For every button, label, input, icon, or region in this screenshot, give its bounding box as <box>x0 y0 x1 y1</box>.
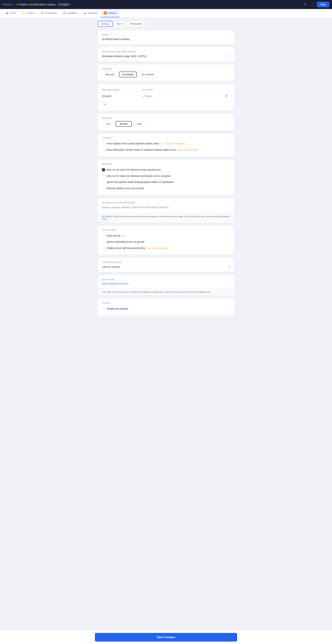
top-bar: Pipelines / Pipeline: [STAGE] Build & De… <box>0 0 332 9</box>
quick-link-input[interactable] <box>102 282 230 285</box>
quick-link-card: QUICK LINK The URL of the web server to … <box>98 275 234 296</box>
tab-actions[interactable]: ⚡ Actions <box>19 9 38 17</box>
runtime-terminate-checkbox[interactable] <box>102 174 105 178</box>
branch-icon: ⎇ <box>59 3 61 6</box>
status-disable-checkbox[interactable] <box>102 307 105 310</box>
trigger-branch-link[interactable]: ⎇ stage <box>142 95 223 98</box>
quick-link-card-inner: QUICK LINK <box>98 275 234 288</box>
trigger-event-card: TRIGGER EVENT SETTINGS Git push ⎇ stage … <box>98 84 234 111</box>
filesystem-fetch-all-refs-checkbox[interactable] <box>102 234 105 237</box>
cache-erase-filesystem-checkbox[interactable] <box>102 148 105 151</box>
trigger-event-header: TRIGGER EVENT SETTINGS <box>102 87 230 92</box>
filesystem-icon: 📁 <box>41 12 44 14</box>
fetch-all-refs-info-icon[interactable]: i <box>122 234 125 237</box>
status-disable-label: Disable this pipeline <box>107 307 128 311</box>
sub-tab-run-if[interactable]: Run if <box>113 21 126 27</box>
analytics-icon: 📊 <box>83 12 87 14</box>
cache-erase-filesystem-label: Erase filesystem, Docker layers & cached… <box>107 148 198 152</box>
branch-badge[interactable]: ⎇ stage ▾ <box>57 3 70 6</box>
filesystem-shallow-clone-label: Shallow clone with truncated history (No… <box>107 246 167 250</box>
trigger-event-card-inner: TRIGGER EVENT SETTINGS Git push ⎇ stage … <box>98 84 234 110</box>
trigger-manually[interactable]: Manually <box>102 72 118 77</box>
erase-filesystem-not-recommended: (Not recommended) <box>178 148 198 151</box>
resources-select[interactable]: Workspace default (Large: 6GB / 2vCPU) ▾ <box>102 54 230 58</box>
custom-message-input[interactable] <box>102 206 230 210</box>
custom-message-label: CUSTOM EXECUTION MESSAGE <box>102 202 230 204</box>
filesystem-ignore-submodule-row: Ignore submodule errors on git pull <box>102 239 230 245</box>
caches-card-inner: CACHES Force deploy from scratch (transf… <box>98 133 234 156</box>
trigger-branch-icon: ⎇ <box>142 95 145 98</box>
priority-normal[interactable]: Normal <box>116 121 132 127</box>
priority-high[interactable]: High <box>133 121 146 127</box>
priority-card-inner: PRIORITY Low Normal High <box>98 114 234 130</box>
runtime-ignore-dashboard-row: Ignore this pipeline while showing proje… <box>102 179 230 185</box>
runtime-terminate-label: New run for same Git reference terminate… <box>107 174 171 178</box>
force-deploy-info-icon[interactable]: i <box>160 142 163 145</box>
more-options-button[interactable]: ⋮ <box>309 2 315 7</box>
external-link-button[interactable]: ↗ <box>302 2 307 7</box>
custom-message-card-inner: CUSTOM EXECUTION MESSAGE <box>98 198 234 213</box>
trigger-on-events[interactable]: On events <box>119 72 137 77</box>
custom-message-card: CUSTOM EXECUTION MESSAGE By default, Bud… <box>98 198 234 222</box>
main-content: Settings Run if Permissions NAME RESOURC… <box>95 18 237 332</box>
trigger-delete-button[interactable]: 🗑 <box>223 94 230 98</box>
name-card: NAME <box>98 30 234 44</box>
trigger-on-schedule[interactable]: On schedule <box>138 72 158 77</box>
runtime-label: RUNTIME <box>102 163 230 165</box>
status-label: STATUS <box>102 302 230 304</box>
priority-options: Low Normal High <box>102 121 230 127</box>
priority-card: PRIORITY Low Normal High <box>98 114 234 130</box>
external-link-icon: ↗ <box>303 2 306 6</box>
runtime-skip-queued-checkbox[interactable] <box>102 168 105 171</box>
trigger-event-col-header: TRIGGER EVENT <box>102 89 142 91</box>
name-input[interactable] <box>102 38 230 40</box>
resources-label: RESOURCES PER PIPELINE RUN <box>102 50 230 53</box>
cache-force-deploy-label: Force deploy from scratch (transfer acti… <box>107 142 185 146</box>
tabs-bar: ▶ Runs ⚡ Actions 📁 Filesystem 📋 Variable… <box>0 9 332 18</box>
tab-settings-label: Settings <box>108 12 117 14</box>
breadcrumb-pipelines[interactable]: Pipelines <box>3 3 13 6</box>
trigger-card: TRIGGER Manually On events On schedule <box>98 64 234 81</box>
tab-analytics-label: Analytics <box>88 12 98 14</box>
runtime-card: RUNTIME New run for same Git reference s… <box>98 159 234 195</box>
resources-chevron-icon: ▾ <box>229 54 230 58</box>
branch-chevron-icon: ▾ <box>68 3 69 6</box>
priority-low[interactable]: Low <box>102 121 114 127</box>
tab-filesystem[interactable]: 📁 Filesystem <box>38 9 60 17</box>
run-button[interactable]: Run <box>317 2 329 7</box>
filesystem-ignore-submodule-checkbox[interactable] <box>102 240 105 244</box>
runtime-terminate-row: New run for same Git reference terminate… <box>102 173 230 179</box>
filesystem-label: FILESYSTEM <box>102 229 230 231</box>
tab-filesystem-label: Filesystem <box>45 12 57 14</box>
changeset-value: Last run revision <box>102 266 120 268</box>
trigger-event-row: Git push ⎇ stage 🗑 <box>102 92 230 100</box>
tab-analytics[interactable]: 📊 Analytics <box>80 9 101 17</box>
resources-value: Workspace default (Large: 6GB / 2vCPU) <box>102 55 147 58</box>
trigger-add-button[interactable]: + <box>102 102 107 107</box>
tab-runs-label: Runs <box>10 12 16 14</box>
variables-icon: 📋 <box>63 12 66 14</box>
name-card-inner: NAME <box>98 30 234 44</box>
sub-tab-settings[interactable]: Settings <box>98 21 113 27</box>
sub-tab-permissions[interactable]: Permissions <box>127 21 146 27</box>
changeset-select[interactable]: Last run revision ▾ <box>102 265 230 268</box>
filesystem-card-inner: FILESYSTEM Fetch all refs i Ignore submo… <box>98 226 234 255</box>
cache-force-deploy-checkbox[interactable] <box>102 142 105 145</box>
tab-runs[interactable]: ▶ Runs <box>3 9 19 17</box>
tab-actions-label: Actions <box>27 12 35 14</box>
status-card-inner: STATUS Disable this pipeline <box>98 298 234 316</box>
changeset-card-inner: CHANGESET BASE Last run revision ▾ <box>98 258 234 272</box>
status-disable-row: Disable this pipeline <box>102 306 230 312</box>
filesystem-shallow-clone-checkbox[interactable] <box>102 247 105 250</box>
runtime-concurrent-checkbox[interactable] <box>102 187 105 190</box>
runtime-ignore-dashboard-checkbox[interactable] <box>102 181 105 184</box>
changeset-card: CHANGESET BASE Last run revision ▾ <box>98 258 234 272</box>
top-bar-actions: ↗ ⋮ Run <box>302 2 329 7</box>
tab-settings[interactable]: ⚙ Settings <box>101 9 120 17</box>
tab-variables[interactable]: 📋 Variables <box>60 9 80 17</box>
pipeline-title: Pipeline: [STAGE] Build & Deploy <box>20 3 56 6</box>
tab-variables-label: Variables <box>67 12 77 14</box>
changeset-chevron-icon: ▾ <box>229 265 230 268</box>
sub-tabs: Settings Run if Permissions <box>98 21 234 27</box>
filesystem-ignore-submodule-label: Ignore submodule errors on git pull <box>107 240 144 244</box>
